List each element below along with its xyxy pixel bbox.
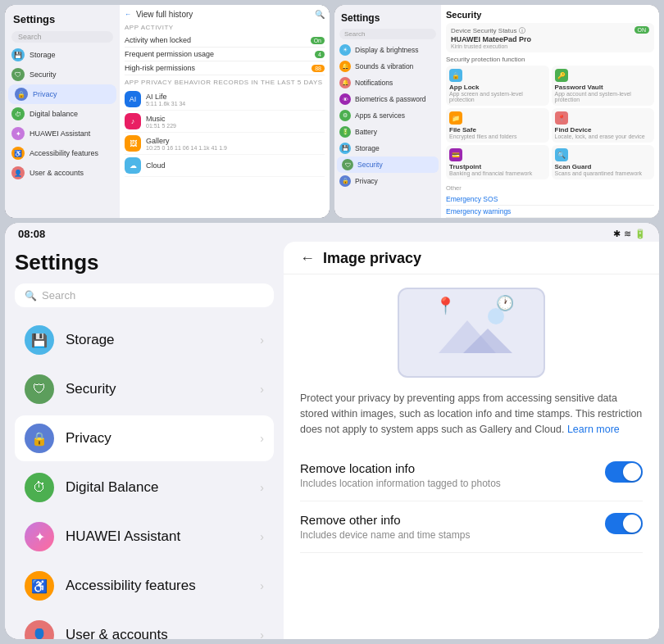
status-icons: ✱ ≋ 🔋 (613, 229, 646, 239)
tr-grid-applock[interactable]: 🔒 App Lock App screen and system-level p… (446, 66, 549, 106)
main-sidebar: Settings 🔍 Search 💾 Storage › 🛡 Security… (5, 242, 284, 639)
illustration-box: 📍 🕐 (398, 288, 545, 378)
cloud-icon: ☁ (125, 157, 141, 174)
tr-main-content: Security Device Security Status ⓘ ON HUA… (441, 5, 659, 218)
tr-grid-find-device[interactable]: 📍 Find Device Locate, lock, and erase yo… (552, 108, 655, 143)
accessibility-chevron: › (260, 579, 264, 592)
tr-nav-security[interactable]: 🛡 Security (337, 156, 439, 173)
privacy-description: Protect your privacy by preventing apps … (300, 391, 643, 437)
main-search-box[interactable]: 🔍 Search (15, 283, 274, 307)
toggle-other-switch[interactable] (605, 513, 643, 534)
learn-more-link[interactable]: Learn more (567, 424, 620, 435)
main-search-icon: 🔍 (25, 290, 37, 302)
file-safe-icon: 📁 (449, 111, 462, 125)
main-nav-accessibility[interactable]: ♿ Accessibility features › (15, 563, 274, 609)
tr-security-grid: 🔒 App Lock App screen and system-level p… (446, 66, 654, 179)
digital-balance-icon: ⏱ (11, 107, 25, 120)
security-icon-tr: 🛡 (342, 159, 353, 170)
toggle-other-title: Remove other info (300, 513, 592, 527)
privacy-icon-tr: 🔒 (339, 175, 351, 187)
tl-search[interactable]: Search (11, 31, 113, 43)
tr-nav-biometrics[interactable]: 👁 Biometrics & password (334, 91, 441, 107)
tl-nav-storage[interactable]: 💾 Storage (5, 45, 120, 65)
main-user-accounts-icon: 👤 (25, 620, 54, 639)
toggle-other-info: Remove other info Includes device name a… (300, 501, 643, 553)
tl-nav-security[interactable]: 🛡 Security (5, 65, 120, 84)
user-accounts-icon: 👤 (11, 166, 25, 179)
tl-sidebar: Settings Search 💾 Storage 🛡 Security 🔒 P… (5, 5, 120, 218)
main-nav-privacy[interactable]: 🔒 Privacy › (15, 415, 274, 461)
clock-pin-icon: 🕐 (496, 294, 514, 312)
tl-nav-huawei-assistant[interactable]: ✦ HUAWEI Assistant (5, 124, 120, 143)
tl-nav-digital-balance[interactable]: ⏱ Digital balance (5, 104, 120, 124)
huawei-assistant-chevron: › (260, 530, 264, 543)
main-security-icon: 🛡 (25, 374, 54, 404)
main-privacy-icon: 🔒 (25, 424, 54, 453)
tl-nav-user-accounts[interactable]: 👤 User & accounts (5, 163, 120, 183)
tr-nav-display[interactable]: ☀ Display & brightness (334, 42, 441, 58)
tl-section-app-activity: APP ACTIVITY (125, 24, 325, 31)
music-icon: ♪ (125, 113, 141, 129)
accessibility-icon: ♿ (11, 147, 25, 160)
find-device-icon: 📍 (555, 111, 568, 125)
tr-nav-storage[interactable]: 💾 Storage (334, 140, 441, 156)
tr-page-title: Security (446, 10, 654, 20)
battery-icon: 🔋 (339, 126, 351, 138)
security-chevron: › (260, 383, 264, 396)
tl-nav-privacy[interactable]: 🔒 Privacy (8, 84, 116, 104)
storage-chevron: › (260, 333, 264, 347)
privacy-icon: 🔒 (15, 88, 28, 101)
back-arrow-icon[interactable]: ← (300, 250, 315, 267)
tr-grid-password-vault[interactable]: 🔑 Password Vault App account and system-… (552, 66, 655, 106)
top-right-panel: Settings Search ☀ Display & brightness 🔔… (334, 5, 659, 218)
toggle-location-subtitle: Includes location information tagged to … (300, 478, 592, 489)
tr-settings-title: Settings (334, 10, 441, 26)
tl-activity-locked: Activity when locked On (125, 34, 325, 48)
main-accessibility-icon: ♿ (25, 571, 54, 601)
user-accounts-chevron: › (260, 628, 264, 639)
main-nav-user-accounts[interactable]: 👤 User & accounts › (15, 612, 274, 639)
main-nav-huawei-assistant[interactable]: ✦ HUAWEI Assistant › (15, 514, 274, 560)
sounds-icon: 🔔 (339, 61, 351, 72)
tr-emergency-warnings[interactable]: Emergency warnings (446, 206, 654, 218)
tr-search[interactable]: Search (339, 29, 436, 39)
main-storage-icon: 💾 (25, 325, 54, 355)
gallery-icon: 🖼 (125, 135, 141, 152)
tl-activity-high-risk: High-risk permissions 88 (125, 61, 325, 75)
tl-main-content: ← View full history 🔍 APP ACTIVITY Activ… (120, 5, 330, 218)
location-pin-icon: 📍 (435, 296, 456, 315)
main-tablet: 08:08 ✱ ≋ 🔋 Settings 🔍 Search 💾 Storage … (5, 223, 659, 639)
main-nav-security[interactable]: 🛡 Security › (15, 366, 274, 412)
tr-nav-apps[interactable]: ⚙ Apps & services (334, 107, 441, 124)
tl-nav-accessibility[interactable]: ♿ Accessibility features (5, 143, 120, 163)
biometrics-icon: 👁 (339, 93, 351, 105)
tr-nav-notifications[interactable]: 🔔 Notifications (334, 75, 441, 91)
tr-grid-trustpoint[interactable]: 💳 Trustpoint Banking and financial frame… (446, 145, 549, 179)
tl-app-music: ♪ Music 01:51 5 229 (125, 111, 325, 133)
toggle-location-switch[interactable] (605, 461, 643, 483)
display-icon: ☀ (339, 44, 351, 56)
main-search-placeholder: Search (42, 289, 75, 302)
tr-nav-privacy[interactable]: 🔒 Privacy (334, 173, 441, 189)
main-huawei-assistant-icon: ✦ (25, 522, 54, 551)
digital-balance-chevron: › (260, 481, 264, 494)
tr-nav-sounds[interactable]: 🔔 Sounds & vibration (334, 58, 441, 75)
toggle-other-subtitle: Includes device name and time stamps (300, 529, 592, 541)
huawei-assistant-icon: ✦ (11, 127, 25, 140)
main-right-content: ← Image privacy 📍 🕐 (284, 242, 659, 639)
main-nav-storage[interactable]: 💾 Storage › (15, 317, 274, 363)
apps-icon: ⚙ (339, 110, 351, 121)
main-nav-digital-balance[interactable]: ⏱ Digital Balance › (15, 465, 274, 510)
tr-grid-file-safe[interactable]: 📁 File Safe Encrypted files and folders (446, 108, 549, 143)
main-right-title: Image privacy (323, 250, 421, 267)
password-vault-icon: 🔑 (555, 69, 568, 82)
tl-activity-freq: Frequent permission usage 4 (125, 48, 325, 61)
tr-grid-scanguard[interactable]: 🔍 Scan Guard Scans and quarantined frame… (552, 145, 655, 179)
tr-emergency-sos[interactable]: Emergency SOS (446, 193, 654, 206)
bottom-panel: 08:08 ✱ ≋ 🔋 Settings 🔍 Search 💾 Storage … (5, 223, 659, 639)
tr-nav-battery[interactable]: 🔋 Battery (334, 124, 441, 140)
storage-icon-tr: 💾 (339, 143, 351, 154)
security-icon: 🛡 (11, 68, 25, 81)
tl-section-behavior: APP PRIVACY BEHAVIOR RECORDS IN THE LAST… (125, 79, 325, 86)
main-status-bar: 08:08 ✱ ≋ 🔋 (5, 223, 659, 242)
